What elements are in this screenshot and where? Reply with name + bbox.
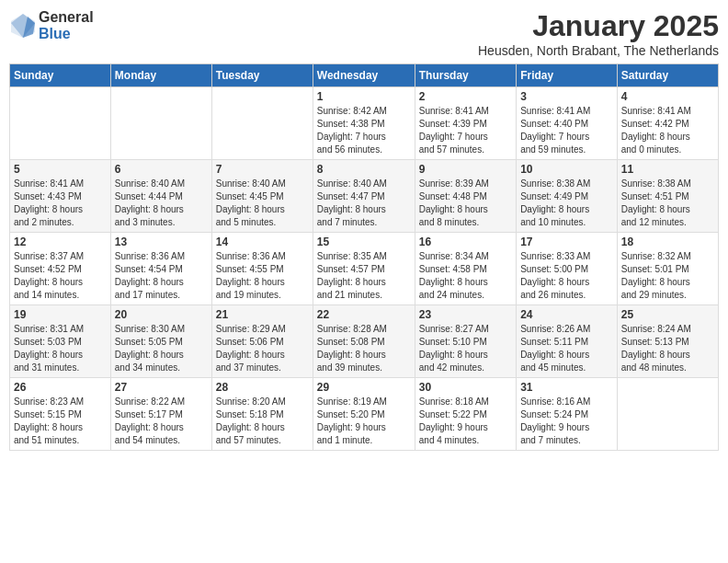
cell-1-6: 11Sunrise: 8:38 AMSunset: 4:51 PMDayligh…	[617, 160, 718, 233]
title-block: January 2025 Heusden, North Brabant, The…	[478, 9, 719, 58]
cell-1-4: 9Sunrise: 8:39 AMSunset: 4:48 PMDaylight…	[415, 160, 516, 233]
logo-icon	[9, 12, 37, 40]
cell-2-4: 16Sunrise: 8:34 AMSunset: 4:58 PMDayligh…	[415, 233, 516, 305]
calendar-table: Sunday Monday Tuesday Wednesday Thursday…	[9, 63, 719, 451]
cell-3-3: 22Sunrise: 8:28 AMSunset: 5:08 PMDayligh…	[313, 305, 415, 378]
day-info-4-0: Sunrise: 8:23 AMSunset: 5:15 PMDaylight:…	[14, 396, 107, 447]
day-info-2-2: Sunrise: 8:36 AMSunset: 4:55 PMDaylight:…	[216, 250, 309, 302]
day-number-0-4: 2	[419, 90, 512, 103]
day-info-4-1: Sunrise: 8:22 AMSunset: 5:17 PMDaylight:…	[115, 396, 208, 447]
week-row-0: 1Sunrise: 8:42 AMSunset: 4:38 PMDaylight…	[10, 87, 719, 160]
cell-0-2	[211, 87, 313, 160]
day-number-3-2: 21	[216, 308, 309, 321]
month-title: January 2025	[478, 9, 719, 43]
day-info-3-6: Sunrise: 8:24 AMSunset: 5:13 PMDaylight:…	[621, 323, 714, 374]
cell-2-5: 17Sunrise: 8:33 AMSunset: 5:00 PMDayligh…	[517, 233, 618, 305]
day-number-3-3: 22	[317, 308, 411, 321]
cell-4-5: 31Sunrise: 8:16 AMSunset: 5:24 PMDayligh…	[517, 378, 618, 451]
day-number-2-1: 13	[115, 236, 208, 248]
cell-2-3: 15Sunrise: 8:35 AMSunset: 4:57 PMDayligh…	[313, 233, 415, 305]
day-number-1-1: 6	[115, 163, 208, 176]
day-info-2-3: Sunrise: 8:35 AMSunset: 4:57 PMDaylight:…	[317, 250, 411, 302]
cell-0-0	[10, 87, 111, 160]
day-info-4-4: Sunrise: 8:18 AMSunset: 5:22 PMDaylight:…	[419, 396, 512, 447]
day-info-1-5: Sunrise: 8:38 AMSunset: 4:49 PMDaylight:…	[520, 178, 613, 229]
cell-3-5: 24Sunrise: 8:26 AMSunset: 5:11 PMDayligh…	[517, 305, 618, 378]
cell-1-1: 6Sunrise: 8:40 AMSunset: 4:44 PMDaylight…	[110, 160, 211, 233]
cell-0-4: 2Sunrise: 8:41 AMSunset: 4:39 PMDaylight…	[415, 87, 516, 160]
day-number-1-3: 8	[317, 163, 411, 176]
logo-general-text: General	[39, 9, 94, 26]
day-info-0-6: Sunrise: 8:41 AMSunset: 4:42 PMDaylight:…	[621, 105, 714, 156]
day-number-2-4: 16	[419, 236, 512, 248]
cell-4-1: 27Sunrise: 8:22 AMSunset: 5:17 PMDayligh…	[110, 378, 211, 451]
weekday-header-row: Sunday Monday Tuesday Wednesday Thursday…	[10, 64, 719, 87]
day-info-4-3: Sunrise: 8:19 AMSunset: 5:20 PMDaylight:…	[317, 396, 411, 447]
day-info-1-6: Sunrise: 8:38 AMSunset: 4:51 PMDaylight:…	[621, 178, 714, 229]
cell-4-2: 28Sunrise: 8:20 AMSunset: 5:18 PMDayligh…	[211, 378, 313, 451]
cell-3-2: 21Sunrise: 8:29 AMSunset: 5:06 PMDayligh…	[211, 305, 313, 378]
logo-text: General Blue	[39, 9, 94, 41]
day-info-1-3: Sunrise: 8:40 AMSunset: 4:47 PMDaylight:…	[317, 178, 411, 229]
day-info-1-0: Sunrise: 8:41 AMSunset: 4:43 PMDaylight:…	[14, 178, 107, 229]
cell-0-1	[110, 87, 211, 160]
day-number-0-6: 4	[621, 90, 714, 103]
cell-0-6: 4Sunrise: 8:41 AMSunset: 4:42 PMDaylight…	[617, 87, 718, 160]
day-info-3-5: Sunrise: 8:26 AMSunset: 5:11 PMDaylight:…	[520, 323, 613, 374]
day-number-3-4: 23	[419, 308, 512, 321]
day-number-4-2: 28	[216, 381, 309, 394]
day-number-0-5: 3	[520, 90, 613, 103]
day-number-3-5: 24	[520, 308, 613, 321]
day-info-0-3: Sunrise: 8:42 AMSunset: 4:38 PMDaylight:…	[317, 105, 411, 156]
day-number-4-5: 31	[520, 381, 613, 394]
day-number-3-1: 20	[115, 308, 208, 321]
cell-3-0: 19Sunrise: 8:31 AMSunset: 5:03 PMDayligh…	[10, 305, 111, 378]
location: Heusden, North Brabant, The Netherlands	[478, 43, 719, 58]
day-info-2-6: Sunrise: 8:32 AMSunset: 5:01 PMDaylight:…	[621, 250, 714, 302]
day-number-0-3: 1	[317, 90, 411, 103]
day-info-3-1: Sunrise: 8:30 AMSunset: 5:05 PMDaylight:…	[115, 323, 208, 374]
cell-4-0: 26Sunrise: 8:23 AMSunset: 5:15 PMDayligh…	[10, 378, 111, 451]
week-row-1: 5Sunrise: 8:41 AMSunset: 4:43 PMDaylight…	[10, 160, 719, 233]
day-number-1-0: 5	[14, 163, 107, 176]
cell-1-5: 10Sunrise: 8:38 AMSunset: 4:49 PMDayligh…	[517, 160, 618, 233]
day-info-4-5: Sunrise: 8:16 AMSunset: 5:24 PMDaylight:…	[520, 396, 613, 447]
logo-blue-text: Blue	[39, 26, 94, 42]
day-info-2-1: Sunrise: 8:36 AMSunset: 4:54 PMDaylight:…	[115, 250, 208, 302]
day-number-4-3: 29	[317, 381, 411, 394]
day-number-2-2: 14	[216, 236, 309, 248]
day-info-1-2: Sunrise: 8:40 AMSunset: 4:45 PMDaylight:…	[216, 178, 309, 229]
week-row-2: 12Sunrise: 8:37 AMSunset: 4:52 PMDayligh…	[10, 233, 719, 305]
day-number-3-6: 25	[621, 308, 714, 321]
day-info-2-5: Sunrise: 8:33 AMSunset: 5:00 PMDaylight:…	[520, 250, 613, 302]
header-sunday: Sunday	[10, 64, 111, 87]
day-number-1-2: 7	[216, 163, 309, 176]
cell-4-4: 30Sunrise: 8:18 AMSunset: 5:22 PMDayligh…	[415, 378, 516, 451]
cell-3-6: 25Sunrise: 8:24 AMSunset: 5:13 PMDayligh…	[617, 305, 718, 378]
cell-1-3: 8Sunrise: 8:40 AMSunset: 4:47 PMDaylight…	[313, 160, 415, 233]
cell-4-6	[617, 378, 718, 451]
header-tuesday: Tuesday	[211, 64, 313, 87]
cell-3-1: 20Sunrise: 8:30 AMSunset: 5:05 PMDayligh…	[110, 305, 211, 378]
cell-1-2: 7Sunrise: 8:40 AMSunset: 4:45 PMDaylight…	[211, 160, 313, 233]
cell-2-0: 12Sunrise: 8:37 AMSunset: 4:52 PMDayligh…	[10, 233, 111, 305]
day-info-0-4: Sunrise: 8:41 AMSunset: 4:39 PMDaylight:…	[419, 105, 512, 156]
day-number-3-0: 19	[14, 308, 107, 321]
week-row-4: 26Sunrise: 8:23 AMSunset: 5:15 PMDayligh…	[10, 378, 719, 451]
page: General Blue January 2025 Heusden, North…	[0, 0, 728, 563]
day-info-2-0: Sunrise: 8:37 AMSunset: 4:52 PMDaylight:…	[14, 250, 107, 302]
cell-2-6: 18Sunrise: 8:32 AMSunset: 5:01 PMDayligh…	[617, 233, 718, 305]
day-info-2-4: Sunrise: 8:34 AMSunset: 4:58 PMDaylight:…	[419, 250, 512, 302]
cell-4-3: 29Sunrise: 8:19 AMSunset: 5:20 PMDayligh…	[313, 378, 415, 451]
day-info-0-5: Sunrise: 8:41 AMSunset: 4:40 PMDaylight:…	[520, 105, 613, 156]
logo: General Blue	[9, 9, 94, 41]
header: General Blue January 2025 Heusden, North…	[9, 9, 719, 58]
header-friday: Friday	[517, 64, 618, 87]
day-info-4-2: Sunrise: 8:20 AMSunset: 5:18 PMDaylight:…	[216, 396, 309, 447]
day-number-4-1: 27	[115, 381, 208, 394]
cell-2-2: 14Sunrise: 8:36 AMSunset: 4:55 PMDayligh…	[211, 233, 313, 305]
day-number-4-0: 26	[14, 381, 107, 394]
day-info-3-3: Sunrise: 8:28 AMSunset: 5:08 PMDaylight:…	[317, 323, 411, 374]
header-monday: Monday	[110, 64, 211, 87]
day-number-2-5: 17	[520, 236, 613, 248]
